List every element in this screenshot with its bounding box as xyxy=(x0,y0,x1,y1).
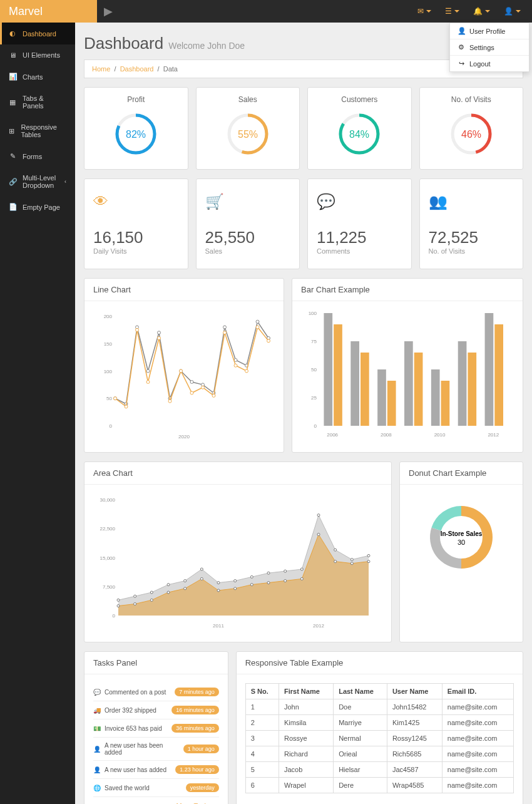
svg-text:2012: 2012 xyxy=(488,432,499,438)
dropdown-user-profile[interactable]: 👤User Profile xyxy=(450,23,529,39)
svg-text:82%: 82% xyxy=(126,129,146,140)
sidebar-item-empty-page[interactable]: 📄Empty Page xyxy=(0,196,75,218)
sitemap-icon: 🔗 xyxy=(9,178,16,186)
task-item[interactable]: 👤A new user has added1.23 hour ago xyxy=(93,761,219,779)
sidebar-item-dashboard[interactable]: ◐Dashboard xyxy=(0,23,75,44)
th: S No. xyxy=(245,684,279,699)
svg-text:100: 100 xyxy=(309,311,317,316)
svg-text:2006: 2006 xyxy=(327,432,338,438)
svg-text:15,000: 15,000 xyxy=(100,555,116,561)
table-row: 4RichardOriealRich5685name@site.com xyxy=(245,746,513,762)
svg-point-78 xyxy=(117,599,120,601)
svg-point-28 xyxy=(223,326,227,329)
svg-point-89 xyxy=(300,568,303,570)
svg-text:150: 150 xyxy=(104,341,113,347)
top-nav: ✉ ☰ 🔔 👤 xyxy=(417,7,532,16)
svg-point-91 xyxy=(334,549,337,551)
svg-point-44 xyxy=(234,364,237,367)
ring-no-of-visits: No. of Visits 46% xyxy=(419,87,524,170)
svg-point-38 xyxy=(168,399,171,403)
crumb-dashboard[interactable]: Dashboard xyxy=(120,65,154,73)
svg-rect-66 xyxy=(458,341,467,426)
ring-customers: Customers 84% xyxy=(307,87,412,170)
sidebar-item-tabs-panels[interactable]: ▦Tabs & Panels xyxy=(0,88,75,116)
svg-text:22,500: 22,500 xyxy=(100,526,116,532)
sidebar-item-ui-elements[interactable]: 🖥UI Elements xyxy=(0,44,75,66)
table-icon: ▦ xyxy=(9,98,16,106)
task-item[interactable]: 💬Commented on a post7 minutes ago xyxy=(93,683,219,701)
stat-comments: 💬 11,225Comments xyxy=(307,178,412,269)
svg-rect-57 xyxy=(361,353,369,426)
svg-point-100 xyxy=(217,589,220,592)
sidebar-item-multi-level-dropdown[interactable]: 🔗Multi-Level Dropdown‹ xyxy=(0,167,75,196)
table-row: 6WrapelDereWrap4585name@site.com xyxy=(245,778,513,793)
more-tasks-link[interactable]: More Tasks ➜ xyxy=(93,797,219,804)
svg-text:2020: 2020 xyxy=(178,434,190,440)
stat-no-of-visits: 👥 72,525No. of Visits xyxy=(419,178,524,269)
nav-envelope-icon[interactable]: ✉ xyxy=(417,7,431,16)
svg-rect-59 xyxy=(387,381,396,426)
task-item[interactable]: 🌐Saved the worldyesterday xyxy=(93,779,219,797)
svg-rect-67 xyxy=(468,353,476,426)
tasks-title: Tasks Panel xyxy=(84,652,228,674)
task-item[interactable]: 💵Invoice 653 has paid36 minutes ago xyxy=(93,719,219,738)
stat-daily-visits: 👁 16,150Daily Visits xyxy=(84,178,188,269)
task-badge: 7 minutes ago xyxy=(175,688,219,696)
sidebar-item-responsive-tables[interactable]: ⊞Responsive Tables xyxy=(0,116,75,145)
svg-text:2012: 2012 xyxy=(313,623,324,629)
crumb-current: Data xyxy=(163,65,178,73)
table-row: 2KimsilaMarriyeKim1425name@site.com xyxy=(245,715,513,731)
ring-profit: Profit 82% xyxy=(84,87,188,170)
svg-point-108 xyxy=(350,562,353,565)
svg-rect-64 xyxy=(441,381,450,426)
svg-text:50: 50 xyxy=(106,396,112,401)
svg-point-34 xyxy=(125,405,128,408)
table-title: Responsive Table Example xyxy=(237,652,523,674)
svg-point-101 xyxy=(234,587,237,590)
svg-text:0: 0 xyxy=(110,423,113,429)
svg-text:2011: 2011 xyxy=(213,623,224,629)
responsive-table: S No.First NameLast NameUser NameEmail I… xyxy=(245,683,514,793)
area-chart-title: Area Chart xyxy=(84,462,391,485)
bar-chart-title: Bar Chart Example xyxy=(292,279,523,301)
sidebar-toggle-icon[interactable]: ▶ xyxy=(97,4,120,18)
sidebar-item-charts[interactable]: 📊Charts xyxy=(0,66,75,88)
comment-icon: 💬 xyxy=(93,689,101,696)
table-row: 3RossyeNermalRossy1245name@site.com xyxy=(245,731,513,746)
task-badge: 36 minutes ago xyxy=(171,724,219,733)
logout-icon: ↪ xyxy=(458,59,465,68)
svg-text:2010: 2010 xyxy=(434,432,446,438)
bar-chart: 02550751002006200820102012 xyxy=(301,310,514,441)
svg-point-37 xyxy=(158,337,161,340)
tasks-list: 💬Commented on a post7 minutes ago🚚Order … xyxy=(93,683,219,797)
crumb-home[interactable]: Home xyxy=(92,65,110,73)
sidebar-item-forms[interactable]: ✎Forms xyxy=(0,145,75,167)
task-badge: yesterday xyxy=(186,783,219,792)
nav-user-icon[interactable]: 👤 xyxy=(504,7,521,16)
dropdown-logout[interactable]: ↪Logout xyxy=(450,55,529,71)
svg-point-21 xyxy=(146,369,150,373)
svg-point-90 xyxy=(317,514,320,517)
nav-bell-icon[interactable]: 🔔 xyxy=(473,7,490,16)
grid-icon: ⊞ xyxy=(9,127,14,135)
eye-icon: 👁 xyxy=(93,193,179,210)
svg-rect-68 xyxy=(485,313,494,426)
svg-point-107 xyxy=(334,560,337,563)
edit-icon: ✎ xyxy=(9,152,16,160)
task-item[interactable]: 🚚Order 392 shipped16 minutes ago xyxy=(93,701,219,719)
svg-rect-56 xyxy=(350,341,359,426)
nav-list-icon[interactable]: ☰ xyxy=(445,7,459,16)
svg-rect-63 xyxy=(431,369,440,426)
dropdown-settings[interactable]: ⚙Settings xyxy=(450,39,529,55)
svg-text:30: 30 xyxy=(458,539,465,546)
globe-icon: 🌐 xyxy=(93,785,101,791)
task-item[interactable]: 👤A new user has been added1 hour ago xyxy=(93,738,219,761)
comments-icon: 💬 xyxy=(317,193,402,210)
gauge-icon: ◐ xyxy=(9,29,16,38)
svg-point-22 xyxy=(158,331,161,334)
svg-point-86 xyxy=(250,575,253,578)
file-icon: 📄 xyxy=(9,203,16,211)
svg-text:46%: 46% xyxy=(461,129,481,140)
svg-point-98 xyxy=(184,587,187,590)
brand[interactable]: Marvel xyxy=(0,0,97,23)
